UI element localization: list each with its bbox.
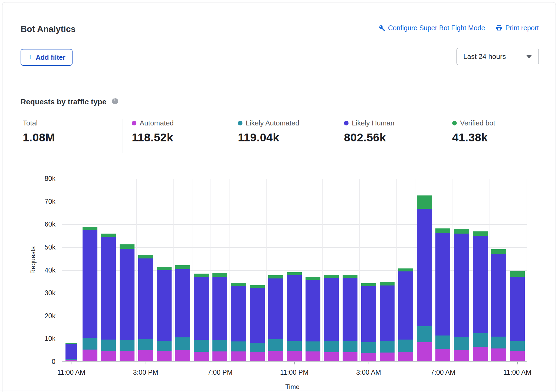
vertical-gridline: [248, 179, 248, 361]
likely-human-segment: [194, 277, 209, 340]
vertical-gridline: [452, 179, 452, 361]
verified-bot-segment: [83, 227, 97, 230]
vertical-gridline: [396, 179, 397, 361]
likely-human-segment: [380, 285, 395, 341]
printer-icon: [495, 24, 503, 32]
stacked-bar-4-00-am[interactable]: [380, 282, 395, 361]
verified-bot-segment: [306, 277, 320, 280]
y-tick-label: 30k: [15, 289, 55, 297]
likely-human-segment: [454, 234, 469, 337]
stacked-bar-5-00-pm[interactable]: [175, 265, 190, 361]
wrench-icon: [378, 24, 385, 32]
stacked-bar-10-00-pm[interactable]: [268, 275, 283, 361]
stat-divider: [444, 119, 444, 153]
stacked-bar-12-00-am[interactable]: [306, 277, 320, 361]
time-range-dropdown[interactable]: Last 24 hours: [457, 48, 539, 65]
pie-chart-icon: [111, 98, 119, 106]
automated-segment: [287, 351, 302, 361]
verified-bot-segment: [194, 274, 209, 277]
stat-value: 41.38k: [452, 131, 495, 144]
x-tick-label: 3:00 PM: [133, 368, 158, 376]
likely-human-segment: [65, 344, 77, 359]
stacked-bar-1-00-am[interactable]: [324, 275, 339, 361]
vertical-gridline: [155, 179, 155, 361]
likely-automated-segment: [268, 339, 283, 351]
likely-human-segment: [417, 209, 432, 326]
stacked-bar-5-00-am[interactable]: [398, 268, 413, 361]
verified-bot-segment: [101, 234, 116, 237]
likely-automated-segment: [324, 341, 339, 352]
automated-segment: [510, 351, 525, 361]
stat-automated: Automated 118.52k: [132, 119, 174, 144]
x-tick-mark: [517, 362, 518, 364]
automated-segment: [491, 348, 506, 361]
stacked-bar-11-00-am[interactable]: [65, 343, 77, 361]
y-tick-label: 40k: [15, 266, 55, 274]
stacked-bar-8-00-am[interactable]: [454, 229, 469, 361]
likely-automated-segment: [120, 340, 134, 351]
automated-segment: [306, 351, 320, 361]
vertical-gridline: [527, 179, 527, 361]
stacked-bar-7-00-am[interactable]: [435, 228, 450, 361]
stacked-bar-1-00-pm[interactable]: [101, 234, 116, 361]
automated-segment: [435, 349, 450, 361]
stat-total: Total 1.08M: [23, 119, 55, 144]
vertical-gridline: [434, 179, 434, 361]
stacked-bar-8-00-pm[interactable]: [231, 283, 246, 361]
stacked-bar-11-00-am[interactable]: [510, 271, 525, 361]
traffic-type-stats: Total 1.08M Automated 118.52k Likely Aut…: [2, 119, 556, 157]
verified-bot-segment: [138, 255, 153, 258]
automated-segment: [343, 352, 357, 361]
stacked-bar-11-00-pm[interactable]: [287, 272, 302, 361]
likely-automated-segment: [83, 338, 97, 350]
verified-bot-segment: [454, 229, 469, 234]
stat-value: 802.56k: [344, 131, 395, 144]
automated-segment: [83, 350, 97, 361]
stacked-bar-10-00-am[interactable]: [491, 249, 506, 361]
likely-automated-segment: [380, 341, 395, 353]
x-tick-mark: [443, 362, 443, 364]
print-report-link[interactable]: Print report: [495, 24, 539, 32]
stat-likely-human: Likely Human 802.56k: [344, 119, 395, 144]
stacked-bar-9-00-am[interactable]: [473, 231, 488, 361]
horizontal-gridline: [62, 179, 527, 179]
likely-automated-segment: [138, 339, 153, 350]
likely-automated-segment: [398, 340, 413, 352]
horizontal-gridline: [62, 224, 527, 225]
automated-segment: [417, 342, 432, 361]
likely-human-segment: [101, 237, 116, 339]
likely-automated-segment: [287, 341, 302, 351]
stacked-bar-4-00-pm[interactable]: [157, 267, 172, 361]
horizontal-gridline: [62, 202, 527, 202]
likely-human-segment: [250, 288, 265, 343]
stacked-bar-7-00-pm[interactable]: [212, 273, 227, 361]
stacked-bar-12-00-pm[interactable]: [83, 227, 97, 361]
vertical-gridline: [81, 179, 81, 361]
vertical-gridline: [136, 179, 137, 361]
time-range-value: Last 24 hours: [463, 52, 506, 61]
add-filter-button[interactable]: + Add filter: [21, 49, 73, 66]
likely-human-segment: [324, 278, 339, 341]
stacked-bar-3-00-am[interactable]: [361, 283, 376, 361]
likely-automated-segment: [306, 341, 320, 351]
likely-human-segment: [343, 278, 357, 341]
likely-automated-segment: [212, 340, 227, 351]
automated-segment: [473, 347, 488, 361]
stacked-bar-9-00-pm[interactable]: [250, 285, 265, 361]
stacked-bar-2-00-pm[interactable]: [120, 244, 134, 361]
stacked-bar-6-00-pm[interactable]: [194, 274, 209, 361]
automated-segment: [250, 352, 265, 361]
stacked-bar-3-00-pm[interactable]: [138, 255, 153, 361]
automated-segment: [101, 351, 116, 361]
configure-super-bot-fight-mode-link[interactable]: Configure Super Bot Fight Mode: [378, 24, 485, 32]
x-tick-label: 3:00 AM: [356, 368, 381, 376]
stacked-bar-6-00-am[interactable]: [417, 195, 432, 361]
likely-automated-segment: [491, 337, 506, 348]
stacked-bar-2-00-am[interactable]: [343, 275, 357, 361]
y-tick-label: 70k: [15, 198, 55, 205]
automated-segment: [398, 352, 413, 361]
chevron-down-icon: [526, 55, 532, 58]
automated-segment: [324, 352, 339, 361]
likely-automated-segment: [194, 340, 209, 352]
likely-automated-segment: [417, 326, 432, 342]
